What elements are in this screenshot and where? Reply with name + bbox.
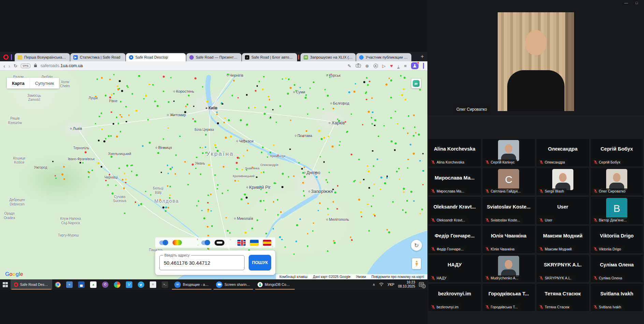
map-dot[interactable] (122, 179, 123, 181)
map-dot[interactable] (371, 205, 372, 207)
map-dot[interactable] (207, 211, 209, 212)
participant-tile[interactable]: Сергій БобухСергій Бобух (591, 139, 643, 166)
map-dot[interactable] (169, 197, 171, 199)
map-dot[interactable] (216, 113, 218, 115)
map-dot[interactable] (131, 171, 133, 172)
map-dot[interactable] (351, 239, 353, 241)
vscode-taskbar-icon[interactable]: V (123, 279, 135, 290)
map-dot[interactable] (304, 167, 305, 168)
search-button[interactable]: ПОШУК (249, 255, 271, 271)
forward-button[interactable]: › (9, 63, 10, 68)
map-dot[interactable] (232, 95, 233, 96)
map-dot[interactable] (125, 182, 127, 184)
map-dot[interactable] (111, 111, 112, 113)
map-dot[interactable] (227, 74, 229, 76)
map-dot[interactable] (198, 200, 200, 202)
map-dot[interactable] (179, 136, 181, 137)
map-dot[interactable] (268, 96, 269, 97)
map-dot[interactable] (401, 94, 403, 96)
map-dot[interactable] (403, 191, 405, 193)
map-dot[interactable] (175, 173, 176, 175)
map-dot[interactable] (305, 97, 307, 99)
tray-expand-icon[interactable]: ∧ (372, 282, 375, 287)
map-dot[interactable] (273, 201, 275, 203)
map-dot[interactable] (403, 89, 405, 90)
map-footer-link[interactable]: Комбінації клавіш (279, 275, 307, 279)
map-dot[interactable] (138, 75, 140, 77)
map-dot[interactable] (154, 101, 156, 102)
browser-tab[interactable]: ✉Запрошуємо на XLIX (49-... (301, 53, 356, 61)
participant-tile[interactable]: Суліма ОленаСуліма Олена (591, 255, 643, 282)
map-dot[interactable] (313, 81, 314, 83)
map-dot[interactable] (97, 78, 98, 80)
browser-tab[interactable]: Участник публикации - Z... (356, 53, 411, 61)
map-dot[interactable] (109, 79, 111, 80)
participant-tile[interactable]: Viktoriia DrigoViktoriia Drigo (591, 226, 643, 253)
participant-tile[interactable]: Городківська Т...Городківська Т... (483, 284, 535, 311)
map-dot[interactable] (121, 90, 123, 92)
calculator-taskbar-icon[interactable]: + (63, 279, 75, 290)
map-dot[interactable] (206, 101, 208, 103)
map-dot[interactable] (294, 84, 295, 86)
map-dot[interactable] (377, 158, 378, 160)
map-dot[interactable] (194, 77, 196, 79)
map-dot[interactable] (296, 224, 298, 226)
map-dot[interactable] (163, 91, 164, 92)
map-canvas[interactable]: РадомRadomЛюблінLublinХолмChełmЗамосцьZa… (0, 71, 427, 279)
map-dot[interactable] (406, 200, 408, 202)
map-dot[interactable] (419, 89, 421, 91)
map-dot[interactable] (126, 85, 128, 87)
map-dot[interactable] (407, 159, 409, 160)
map-dot[interactable] (251, 228, 253, 229)
map-dot[interactable] (103, 140, 105, 142)
map-dot[interactable] (207, 226, 208, 228)
map-dot[interactable] (264, 113, 266, 115)
map-dot[interactable] (372, 195, 374, 197)
map-dot[interactable] (334, 242, 336, 244)
map-dot[interactable] (210, 194, 212, 195)
participant-tile[interactable]: UserUser (537, 197, 589, 224)
map-dot[interactable] (101, 112, 102, 114)
map-dot[interactable] (116, 117, 118, 118)
map-dot[interactable] (414, 126, 416, 128)
map-dot[interactable] (413, 135, 414, 137)
map-dot[interactable] (124, 173, 126, 174)
map-dot[interactable] (131, 165, 133, 166)
telegram-taskbar-icon[interactable]: ▶ (135, 279, 147, 290)
map-dot[interactable] (368, 187, 370, 189)
map-dot[interactable] (422, 170, 424, 172)
map-dot[interactable] (263, 171, 265, 173)
map-dot[interactable] (119, 114, 121, 116)
map-dot[interactable] (368, 230, 370, 232)
map-refresh-control[interactable]: ↻ (411, 240, 422, 251)
minimize-icon[interactable]: — (624, 1, 628, 5)
map-dot[interactable] (305, 94, 307, 96)
map-dot[interactable] (351, 154, 352, 155)
map-dot[interactable] (229, 232, 231, 234)
browser-tab[interactable]: ●Safe Road Desctop (126, 53, 186, 61)
map-dot[interactable] (315, 172, 317, 173)
participant-tile[interactable]: Юлія ЧванкінаЮлія Чванкіна (483, 226, 535, 253)
map-dot[interactable] (236, 168, 238, 170)
participant-tile[interactable]: Svitlana IvakhSvitlana Ivakh (591, 284, 643, 311)
map-dot[interactable] (263, 76, 265, 78)
keyboard-language[interactable]: УКР (387, 282, 394, 287)
map-dot[interactable] (255, 90, 257, 92)
map-dot[interactable] (298, 162, 300, 164)
map-dot[interactable] (374, 119, 376, 121)
map-dot[interactable] (257, 85, 258, 87)
terminal-taskbar-icon[interactable]: >_ (159, 279, 171, 290)
map-dot[interactable] (265, 233, 267, 234)
map-dot[interactable] (302, 172, 304, 174)
map-dot[interactable] (392, 201, 394, 203)
map-dot[interactable] (266, 192, 267, 194)
palette-taskbar-icon[interactable] (111, 279, 123, 290)
map-dot[interactable] (367, 165, 368, 167)
map-dot[interactable] (234, 180, 236, 182)
map-dot[interactable] (101, 166, 102, 168)
map-dot[interactable] (125, 106, 127, 108)
map-dot[interactable] (162, 206, 164, 209)
map-dot[interactable] (259, 81, 260, 82)
map-dot[interactable] (333, 108, 334, 109)
map-dot[interactable] (384, 182, 386, 184)
